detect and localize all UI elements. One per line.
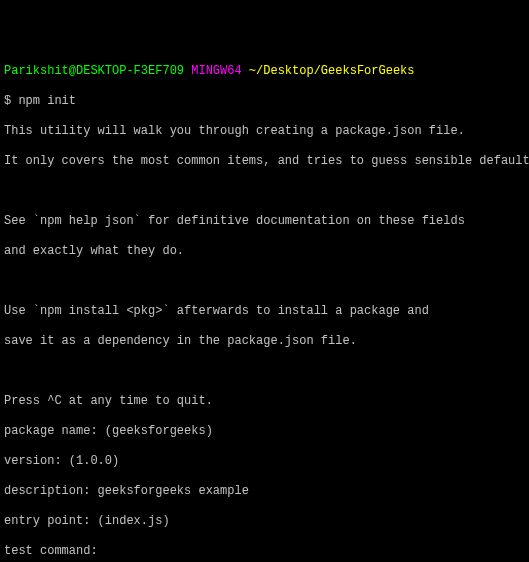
cwd-1: ~/Desktop/GeeksForGeeks [249,64,415,78]
prompt-description[interactable]: description: geeksforgeeks example [4,484,525,499]
output-intro-2: It only covers the most common items, an… [4,154,525,169]
output-intro-3: See `npm help json` for definitive docum… [4,214,525,229]
prompt-test-command[interactable]: test command: [4,544,525,559]
user-host-1: Parikshit@DESKTOP-F3EF709 [4,64,184,78]
shell-name-1: MINGW64 [191,64,241,78]
prompt-version[interactable]: version: (1.0.0) [4,454,525,469]
blank-line [4,364,525,379]
blank-line [4,274,525,289]
output-intro-6: save it as a dependency in the package.j… [4,334,525,349]
output-intro-5: Use `npm install <pkg>` afterwards to in… [4,304,525,319]
command-1: npm init [18,94,76,108]
output-intro-4: and exactly what they do. [4,244,525,259]
prompt-line-1: Parikshit@DESKTOP-F3EF709 MINGW64 ~/Desk… [4,64,525,79]
prompt-package-name[interactable]: package name: (geeksforgeeks) [4,424,525,439]
prompt-symbol-1: $ [4,94,18,108]
command-line-1[interactable]: $ npm init [4,94,525,109]
output-intro-1: This utility will walk you through creat… [4,124,525,139]
output-intro-7: Press ^C at any time to quit. [4,394,525,409]
blank-line [4,184,525,199]
prompt-entry-point[interactable]: entry point: (index.js) [4,514,525,529]
